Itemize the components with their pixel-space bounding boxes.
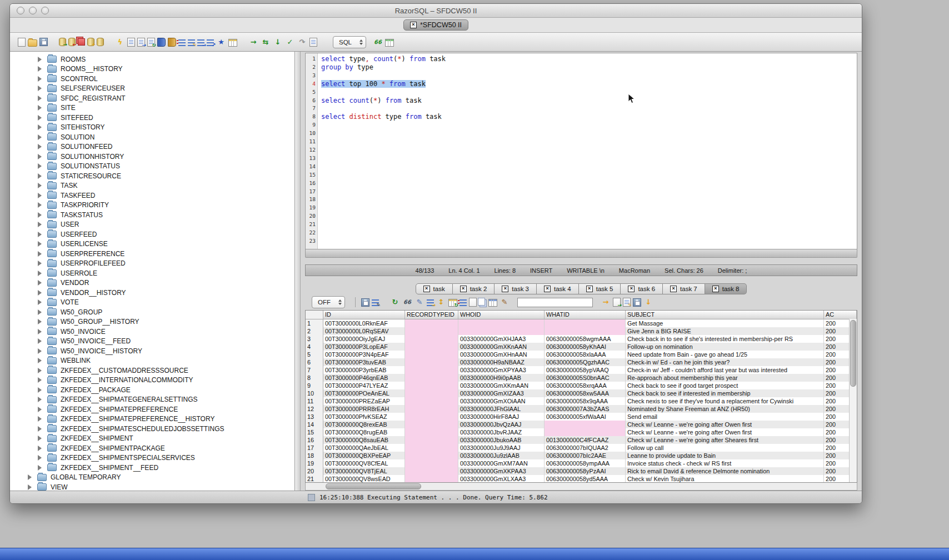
table-cell[interactable] [545, 327, 626, 335]
table-cell[interactable]: Get Massage [626, 319, 824, 327]
expand-triangle-icon[interactable] [38, 144, 44, 149]
table-cell[interactable]: 00T3000000QBXPeEAP [323, 452, 405, 459]
expand-triangle-icon[interactable] [38, 338, 44, 344]
database-icon[interactable] [97, 38, 104, 46]
expand-triangle-icon[interactable] [28, 484, 34, 490]
tree-item[interactable]: VENDOR__HISTORY [10, 288, 294, 298]
table-cell[interactable]: Invoice status check - check w/ RS first [626, 459, 824, 467]
column-header[interactable]: WHOID [458, 311, 545, 319]
column-header[interactable]: SUBJECT [626, 311, 824, 319]
table-row[interactable]: 1000T3000000POeAnEAL0033000000GmXIZAA300… [306, 389, 857, 397]
table-row[interactable]: 700T3000000P3yrbEAB0033000000GmXPYAA3006… [306, 366, 857, 374]
tree-item[interactable]: ROOMS [10, 54, 294, 64]
panel-splitter[interactable] [295, 52, 301, 491]
new-file-icon[interactable] [18, 38, 26, 47]
table-cell[interactable]: 00630000007A3bZAAS [545, 405, 626, 413]
tree-item[interactable]: ZKFEDEX__SHIPMENTPACKAGE [10, 443, 294, 453]
expand-triangle-icon[interactable] [38, 86, 44, 91]
row-limit-select[interactable]: OFF [312, 296, 345, 308]
tree-item[interactable]: SELFSERVICEUSER [10, 84, 294, 94]
expand-triangle-icon[interactable] [38, 57, 44, 62]
expand-triangle-icon[interactable] [38, 387, 44, 393]
column-header[interactable]: AC [824, 311, 857, 319]
table-cell[interactable]: 00T3000000QV8TjEAL [323, 467, 405, 475]
table-cell[interactable]: 006300000058x9qAAA [545, 397, 626, 405]
table-cell[interactable]: 0033000000GmXIZAA3 [458, 389, 545, 397]
table-cell[interactable] [405, 452, 458, 459]
hscrollbar-thumb[interactable] [326, 483, 421, 489]
save-grid-icon[interactable] [633, 298, 641, 307]
table-row[interactable]: 600T3000000P3tuvEAB0033000000H9aNBAAZ006… [306, 358, 857, 366]
connect-icon[interactable]: → [59, 38, 66, 46]
table-cell[interactable]: 0033000000JbukoAAB [458, 436, 545, 444]
tab-close-icon[interactable]: × [670, 286, 677, 292]
table-row[interactable]: 1200T3000000PRR8rEAH0033000000JFhGlAAL00… [306, 405, 857, 413]
table-cell[interactable]: 00630000005QgzhAAC [545, 358, 626, 366]
table-cell[interactable]: 00T3000000Q8rugEAB [323, 428, 405, 436]
tree-item[interactable]: SITEFEED [10, 113, 294, 123]
filter-pen-icon[interactable]: ✎ [500, 298, 510, 307]
table-row[interactable]: 1900T3000000QV8CfEAL0033000000GmXM7AAN00… [306, 459, 857, 467]
expand-triangle-icon[interactable] [38, 280, 44, 286]
table-cell[interactable]: 0033000000GmXHnAAN [458, 351, 545, 358]
table-cell[interactable]: 0013000000C4fFCAAZ [545, 436, 626, 444]
table-cell[interactable] [545, 319, 626, 327]
table-row[interactable]: 1600T3000000Q8sauEAB0033000000JbukoAAB00… [306, 436, 857, 444]
tree-item[interactable]: ZKFEDEX__SHIPMATEGENERALSETTINGS [10, 395, 294, 405]
table-cell[interactable]: 00T3000000Q8sauEAB [323, 436, 405, 444]
tree-item[interactable]: SITEHISTORY [10, 123, 294, 133]
table-cell[interactable] [545, 428, 626, 436]
expand-triangle-icon[interactable] [38, 426, 44, 432]
commit-icon[interactable]: ✓ [285, 37, 295, 47]
table-cell[interactable]: 00630000005S0bnAAC [545, 374, 626, 382]
expand-triangle-icon[interactable] [38, 377, 44, 383]
tree-item[interactable]: GLOBAL TEMPORARY [10, 473, 294, 483]
table-cell[interactable] [405, 382, 458, 389]
table-row[interactable]: 1800T3000000QBXPeEAP0033000000Ju9zlAAB00… [306, 452, 857, 459]
expand-triangle-icon[interactable] [38, 232, 44, 237]
execute-procedure-icon[interactable]: ϟ [115, 37, 125, 47]
tab-close-icon[interactable]: × [544, 286, 551, 292]
tab-close-icon[interactable]: × [628, 286, 635, 292]
expand-triangle-icon[interactable] [38, 436, 44, 441]
tab-close-icon[interactable]: × [502, 286, 508, 292]
table-cell[interactable] [405, 444, 458, 452]
table-row[interactable]: 1100T3000000PREZaEAP0033000000GmXOiAAN00… [306, 397, 857, 405]
table-cell[interactable]: 00T3000000P46qnEAB [323, 374, 405, 382]
expand-triangle-icon[interactable] [38, 154, 44, 159]
table-cell[interactable]: 00T3000000OiyJgEAJ [323, 335, 405, 343]
results-vscrollbar[interactable] [849, 319, 857, 482]
zoom-button[interactable] [41, 7, 49, 14]
tree-item[interactable]: ZKFEDEX__INTERNATIONALCOMMODITY [10, 376, 294, 386]
tree-item[interactable]: VOTE [10, 298, 294, 308]
expand-triangle-icon[interactable] [38, 397, 44, 402]
tree-item[interactable]: TASKPRIORITY [10, 201, 294, 211]
table-cell[interactable]: 0033000000Ju9J9AAJ [458, 444, 545, 452]
tree-item[interactable]: VENDOR [10, 278, 294, 288]
table-cell[interactable]: 00630000007bIc2AAE [545, 452, 626, 459]
table-row[interactable]: 1400T3000000Q8rexEAB0033000000JbvQzAAJCh… [306, 421, 857, 428]
table-cell[interactable]: 0033000000GmXOiAAN [458, 397, 545, 405]
table-cell[interactable]: 00T3000000QV8wsEAD [323, 475, 405, 482]
expand-triangle-icon[interactable] [38, 416, 44, 422]
table-cell[interactable] [405, 374, 458, 382]
table-cell[interactable] [405, 475, 458, 482]
table-cell[interactable]: Check back to see if interested in membe… [626, 389, 824, 397]
tab-close-icon[interactable]: × [460, 286, 467, 292]
table-cell[interactable] [405, 358, 458, 366]
table-cell[interactable]: 00T3000000P3N4pEAF [323, 351, 405, 358]
table-cell[interactable]: 00T3000000L0RqSEAV [323, 327, 405, 335]
column-header[interactable] [306, 311, 323, 319]
table-cell[interactable]: 0033000000H9aNBAAZ [458, 358, 545, 366]
results-grid-icon[interactable] [385, 39, 394, 47]
table-cell[interactable]: Nominated by Shane Freeman at ANZ (HR50) [626, 405, 824, 413]
expand-triangle-icon[interactable] [38, 251, 44, 257]
query-builder-icon[interactable] [228, 39, 237, 47]
table-row[interactable]: 300T3000000OiyJgEAJ0033000000GmXHJAA3006… [306, 335, 857, 343]
table-row[interactable]: 500T3000000P3N4pEAF0033000000GmXHnAAN006… [306, 351, 857, 358]
table-cell[interactable]: 006300000058ympAAA [545, 459, 626, 467]
table-cell[interactable]: 0033000000GmXLXAA3 [458, 475, 545, 482]
tree-item[interactable]: USER [10, 220, 294, 230]
table-cell[interactable]: Re-approach about membership this year [626, 374, 824, 382]
expand-triangle-icon[interactable] [38, 202, 44, 208]
